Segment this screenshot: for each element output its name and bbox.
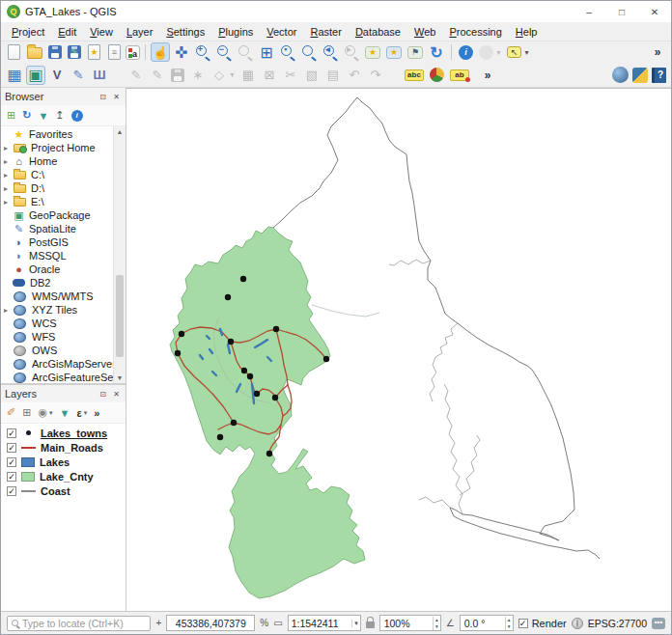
new-virtual-layer-icon[interactable]: Ш [90, 66, 109, 85]
save-project-as-icon[interactable]: ✎ [68, 45, 81, 59]
browser-item-project-home[interactable]: ▸ Project Home [1, 141, 126, 154]
diagram-options-icon[interactable]: ab [450, 69, 469, 81]
toolbar-overflow-icon[interactable]: » [648, 42, 667, 62]
zoom-native-icon[interactable] [236, 42, 255, 62]
close-button[interactable]: ✕ [638, 1, 671, 22]
browser-item-arcgis-map-server[interactable]: ArcGisMapServer [1, 357, 126, 371]
layer-visibility-checkbox[interactable]: ✓ [7, 457, 16, 467]
maximize-button[interactable]: □ [605, 1, 638, 22]
zoom-out-icon[interactable]: − [214, 42, 234, 62]
new-print-layout-icon[interactable]: ★ [88, 44, 100, 60]
paste-features-icon[interactable]: ▤ [323, 66, 343, 85]
open-styling-panel-icon[interactable]: ✐ [7, 406, 15, 419]
expander-icon[interactable]: ▸ [4, 171, 13, 179]
new-geopackage-layer-icon[interactable]: ▣ [26, 66, 45, 85]
current-edits-icon[interactable]: ✎ [126, 66, 146, 85]
browser-item-c-drive[interactable]: ▸ C:\ [1, 168, 126, 181]
menu-project[interactable]: Project [5, 24, 51, 40]
new-shapefile-layer-icon[interactable]: V [47, 66, 67, 85]
browser-item-spatialite[interactable]: ✎ SpatiaLite [1, 222, 126, 235]
dropdown-caret-icon[interactable]: ▾ [49, 409, 53, 417]
minimize-button[interactable]: – [573, 1, 605, 22]
scroll-down-icon[interactable]: ▼ [117, 373, 124, 383]
expander-icon[interactable]: ▸ [4, 198, 13, 207]
layer-visibility-checkbox[interactable]: ✓ [7, 443, 16, 453]
zoom-to-selection-icon[interactable]: ▪ [278, 42, 297, 62]
menu-layer[interactable]: Layer [120, 24, 160, 40]
delete-selected-icon[interactable]: ⊠ [260, 66, 279, 85]
select-features-icon[interactable]: ↖ [507, 46, 521, 58]
menu-view[interactable]: View [83, 24, 120, 40]
browser-item-mssql[interactable]: ◗ MSSQL [1, 249, 126, 262]
panel-close-icon[interactable]: ✕ [111, 389, 122, 400]
scrollbar-thumb[interactable] [116, 275, 124, 357]
zoom-last-icon[interactable]: ◂ [321, 42, 340, 62]
layer-visibility-checkbox[interactable]: ✓ [7, 428, 16, 438]
bookmark-extent-icon[interactable]: ⚑ [407, 46, 423, 59]
redo-icon[interactable]: ↷ [366, 66, 385, 85]
spinner-arrows[interactable]: ▴▾ [433, 617, 440, 630]
panel-dock-icon[interactable]: ⊡ [98, 389, 108, 400]
browser-item-home[interactable]: ▸ ⌂ Home [1, 154, 126, 168]
vertex-tool-icon[interactable]: ◇ [210, 66, 229, 85]
menu-database[interactable]: Database [349, 24, 407, 40]
save-project-icon[interactable] [48, 45, 62, 59]
layer-coast[interactable]: ✓ Coast [1, 483, 126, 498]
browser-item-e-drive[interactable]: ▸ E:\ [1, 195, 126, 208]
refresh-browser-icon[interactable]: ↻ [22, 109, 31, 122]
chevron-down-icon[interactable]: ▾ [351, 620, 360, 627]
panel-close-icon[interactable]: ✕ [111, 92, 122, 102]
browser-item-ows[interactable]: OWS [1, 344, 126, 357]
new-spatialite-layer-icon[interactable]: ✎ [69, 66, 88, 85]
browser-item-arcgis-feature-server[interactable]: ArcGisFeatureServer [1, 371, 126, 383]
pan-to-selection-icon[interactable]: ✜ [172, 42, 191, 62]
properties-widget-icon[interactable]: i [71, 110, 83, 122]
zoom-next-icon[interactable]: ▸ [342, 42, 361, 62]
browser-item-wcs[interactable]: WCS [1, 317, 126, 330]
menu-edit[interactable]: Edit [51, 24, 83, 40]
panel-dock-icon[interactable]: ⊡ [98, 92, 108, 102]
toggle-editing-icon[interactable]: ✎ [148, 66, 167, 85]
coordinate-input[interactable]: 453386,407379 [166, 615, 255, 631]
spinner-arrows[interactable]: ▴▾ [505, 617, 513, 630]
menu-plugins[interactable]: Plugins [211, 24, 260, 40]
manage-map-themes-icon[interactable]: ◉ [38, 406, 47, 419]
expander-icon[interactable]: ▸ [4, 306, 13, 315]
style-manager-icon[interactable]: a [126, 45, 140, 60]
layer-lakes-towns[interactable]: ✓ Lakes_towns [1, 426, 126, 440]
help-icon[interactable]: ? [652, 68, 666, 83]
locator-search-input[interactable]: Type to locate (Ctrl+K) [7, 616, 151, 631]
checkbox-check-icon[interactable]: ✓ [518, 619, 528, 628]
rotation-spinbox[interactable]: 0.0 ° ▴▾ [460, 615, 514, 631]
new-project-icon[interactable] [8, 44, 20, 60]
browser-item-wms[interactable]: WMS/WMTS [1, 290, 126, 303]
undo-icon[interactable]: ↶ [345, 66, 364, 85]
expander-icon[interactable]: ▸ [4, 157, 13, 166]
filter-legend-icon[interactable]: ▼ [60, 407, 70, 419]
browser-item-postgis[interactable]: ◗ PostGIS [1, 235, 126, 249]
python-console-icon[interactable] [632, 68, 648, 83]
dropdown-caret-icon[interactable]: ▾ [228, 66, 237, 85]
labeling-options-icon[interactable] [430, 68, 444, 82]
map-canvas[interactable] [126, 88, 672, 611]
lock-scale-icon[interactable] [366, 621, 375, 628]
map-svg[interactable] [126, 89, 672, 614]
pan-map-icon[interactable]: ☝ [151, 42, 170, 62]
zoom-to-layer-icon[interactable] [299, 42, 319, 62]
open-project-icon[interactable] [27, 47, 42, 59]
panel-overflow-icon[interactable]: » [94, 407, 99, 419]
save-edits-icon[interactable] [171, 69, 184, 82]
menu-web[interactable]: Web [407, 24, 442, 40]
show-bookmarks-icon[interactable]: ★ [386, 46, 402, 59]
messages-icon[interactable]: ••• [652, 618, 665, 629]
browser-item-wfs[interactable]: WFS [1, 330, 126, 344]
browser-item-db2[interactable]: DB2 [1, 276, 126, 290]
layer-lake-cnty[interactable]: ✓ Lake_Cnty [1, 469, 126, 483]
dropdown-caret-icon[interactable]: ▾ [494, 42, 503, 62]
browser-item-geopackage[interactable]: ▣ GeoPackage [1, 208, 126, 222]
dropdown-caret-icon[interactable]: ▾ [522, 42, 531, 62]
render-checkbox[interactable]: ✓ Render [518, 618, 567, 629]
menu-help[interactable]: Help [509, 24, 545, 40]
scroll-up-icon[interactable]: ▲ [117, 126, 124, 137]
zoom-in-icon[interactable]: + [193, 42, 212, 62]
